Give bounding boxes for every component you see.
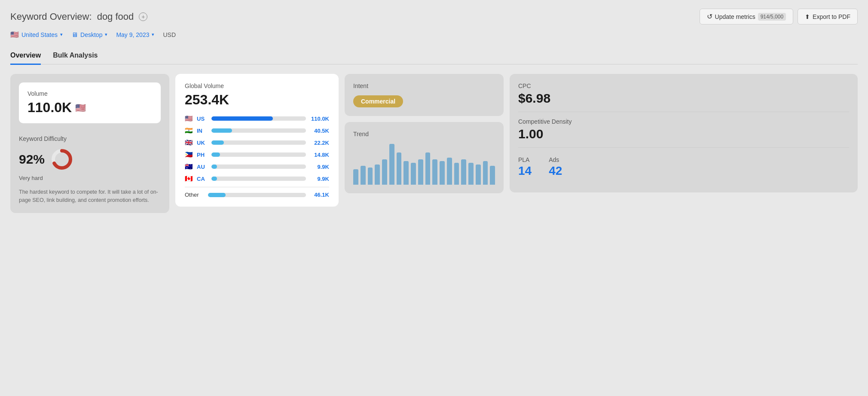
tabs-bar: Overview Bulk Analysis xyxy=(10,46,858,64)
pla-item: PLA 14 xyxy=(518,156,532,178)
device-filter[interactable]: 🖥 Desktop ▾ xyxy=(71,31,107,38)
cpc-section: CPC $6.98 xyxy=(518,82,849,112)
metrics-card: CPC $6.98 Competitive Density 1.00 PLA 1… xyxy=(510,74,858,192)
volume-value-row: 110.0K 🇺🇸 xyxy=(28,100,152,116)
trend-label: Trend xyxy=(353,131,495,137)
export-pdf-label: Export to PDF xyxy=(813,13,850,20)
trend-bar-item xyxy=(389,144,394,185)
title-prefix: Keyword Overview: xyxy=(10,11,92,22)
country-flag-emoji: 🇦🇺 xyxy=(185,163,193,171)
global-volume-value: 253.4K xyxy=(185,92,329,108)
trend-bar-item xyxy=(353,169,358,185)
divider xyxy=(185,187,329,187)
difficulty-donut-chart xyxy=(51,148,73,171)
global-volume-label: Global Volume xyxy=(185,82,329,89)
trend-bar-item xyxy=(483,161,488,185)
trend-bar-item xyxy=(490,166,495,185)
intent-badge: Commercial xyxy=(353,95,403,107)
country-row: 🇮🇳 IN 40.5K xyxy=(185,127,329,134)
trend-bar-item xyxy=(368,168,373,185)
volume-value: 110.0K xyxy=(28,100,72,116)
tab-overview[interactable]: Overview xyxy=(10,47,41,65)
page-title: Keyword Overview: dog food xyxy=(10,11,134,22)
other-bar-fill xyxy=(208,193,226,197)
other-value: 46.1K xyxy=(309,192,329,198)
country-flag-emoji: 🇬🇧 xyxy=(185,139,193,146)
cards-grid: Volume 110.0K 🇺🇸 Keyword Difficulty 92% … xyxy=(10,74,858,213)
country-value: 22.2K xyxy=(309,140,329,146)
country-code[interactable]: US xyxy=(197,116,208,122)
trend-bar-item xyxy=(440,161,445,185)
country-label: United States xyxy=(21,31,58,38)
page-header: Keyword Overview: dog food + ↺ Update me… xyxy=(10,9,858,24)
difficulty-percent: 92% xyxy=(19,152,45,167)
update-metrics-button[interactable]: ↺ Update metrics 914/5,000 xyxy=(700,9,794,24)
country-code[interactable]: CA xyxy=(197,176,208,182)
country-bar-track xyxy=(211,164,306,169)
country-bar-fill xyxy=(211,177,217,181)
pla-ads-row: PLA 14 Ads 42 xyxy=(518,156,849,178)
trend-bar-item xyxy=(468,163,474,185)
tab-bulk-analysis[interactable]: Bulk Analysis xyxy=(53,47,98,65)
country-row: 🇦🇺 AU 9.9K xyxy=(185,163,329,171)
country-bar-track xyxy=(211,128,306,133)
pla-value: 14 xyxy=(518,164,532,178)
difficulty-row: 92% xyxy=(19,148,161,171)
country-code[interactable]: PH xyxy=(197,152,208,158)
country-code[interactable]: AU xyxy=(197,164,208,170)
country-flag: 🇺🇸 xyxy=(10,30,19,39)
device-label: Desktop xyxy=(80,31,102,38)
update-metrics-count: 914/5,000 xyxy=(758,13,786,21)
trend-bar-item xyxy=(382,159,387,185)
other-bar-track xyxy=(208,193,306,197)
other-row: Other 46.1K xyxy=(185,192,329,198)
desktop-icon: 🖥 xyxy=(71,31,78,38)
add-keyword-icon[interactable]: + xyxy=(139,12,147,21)
export-icon: ⬆ xyxy=(805,13,810,20)
filters-bar: 🇺🇸 United States ▾ 🖥 Desktop ▾ May 9, 20… xyxy=(10,30,858,39)
country-row: 🇬🇧 UK 22.2K xyxy=(185,139,329,146)
country-chevron-icon: ▾ xyxy=(60,32,63,37)
volume-flag: 🇺🇸 xyxy=(75,103,86,113)
date-label: May 9, 2023 xyxy=(116,31,149,38)
keyword-text: dog food xyxy=(97,11,134,22)
country-flag-emoji: 🇺🇸 xyxy=(185,115,193,122)
trend-bar-item xyxy=(432,159,437,185)
currency-label: USD xyxy=(163,31,176,38)
country-flag-emoji: 🇨🇦 xyxy=(185,175,193,183)
trend-bar-item xyxy=(397,152,402,185)
country-row: 🇨🇦 CA 9.9K xyxy=(185,175,329,183)
export-pdf-button[interactable]: ⬆ Export to PDF xyxy=(798,9,858,24)
country-flag-emoji: 🇵🇭 xyxy=(185,151,193,158)
trend-bar-item xyxy=(454,163,459,185)
competitive-density-section: Competitive Density 1.00 xyxy=(518,112,849,148)
difficulty-label: Keyword Difficulty xyxy=(19,135,161,142)
trend-bar-item xyxy=(411,163,416,185)
competitive-density-label: Competitive Density xyxy=(518,118,849,125)
country-bar-track xyxy=(211,116,306,121)
country-bar-fill xyxy=(211,128,232,133)
keyword-difficulty-section: Keyword Difficulty 92% Very hard The har… xyxy=(19,129,161,204)
header-title-group: Keyword Overview: dog food + xyxy=(10,11,147,22)
ads-value: 42 xyxy=(549,164,562,178)
country-value: 14.8K xyxy=(309,152,329,158)
intent-trend-col: Intent Commercial Trend xyxy=(345,74,504,193)
other-label: Other xyxy=(185,192,205,198)
country-rows: 🇺🇸 US 110.0K 🇮🇳 IN 40.5K 🇬🇧 UK 22.2K 🇵🇭 … xyxy=(185,115,329,183)
country-value: 9.9K xyxy=(309,176,329,182)
update-metrics-label: Update metrics xyxy=(715,13,755,20)
cpc-label: CPC xyxy=(518,82,849,89)
cpc-value: $6.98 xyxy=(518,91,849,106)
country-filter[interactable]: 🇺🇸 United States ▾ xyxy=(10,30,63,39)
date-chevron-icon: ▾ xyxy=(152,32,154,37)
country-code[interactable]: IN xyxy=(197,128,208,134)
country-bar-track xyxy=(211,140,306,145)
competitive-density-value: 1.00 xyxy=(518,127,849,141)
date-filter[interactable]: May 9, 2023 ▾ xyxy=(116,31,154,38)
country-code[interactable]: UK xyxy=(197,140,208,146)
country-row: 🇺🇸 US 110.0K xyxy=(185,115,329,122)
country-bar-fill xyxy=(211,152,220,157)
country-value: 40.5K xyxy=(309,128,329,134)
ads-item: Ads 42 xyxy=(549,156,562,178)
ads-label: Ads xyxy=(549,156,562,163)
